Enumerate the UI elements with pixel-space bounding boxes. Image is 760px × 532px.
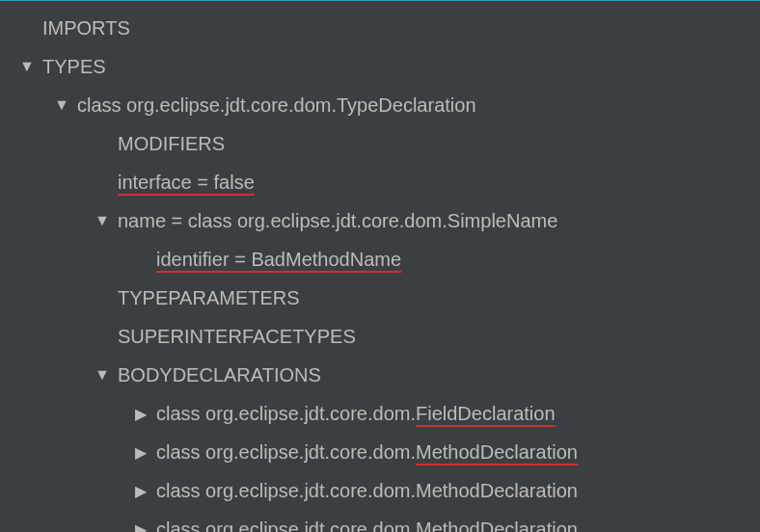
text-interface-false: interface = false	[118, 172, 255, 193]
tree-node-typedeclaration[interactable]: ▼ class org.eclipse.jdt.core.dom.TypeDec…	[0, 86, 760, 124]
text-fielddecl: FieldDeclaration	[416, 403, 556, 424]
prefix: class org.eclipse.jdt.core.dom.	[156, 480, 416, 501]
chevron-down-icon[interactable]: ▼	[17, 58, 37, 75]
tree-node-bodydeclarations[interactable]: ▼ BODYDECLARATIONS	[0, 356, 760, 394]
label-typedeclaration: class org.eclipse.jdt.core.dom.TypeDecla…	[77, 94, 476, 117]
text-methoddecl: MethodDeclaration	[416, 519, 578, 533]
tree-node-identifier[interactable]: identifier = BadMethodName	[0, 240, 760, 279]
highlight-underline	[118, 194, 255, 196]
chevron-right-icon[interactable]: ▶	[131, 482, 150, 500]
label-methoddeclaration: class org.eclipse.jdt.core.dom.MethodDec…	[156, 441, 578, 464]
label-methoddeclaration: class org.eclipse.jdt.core.dom.MethodDec…	[156, 519, 578, 533]
label-bodydeclarations: BODYDECLARATIONS	[118, 364, 321, 386]
text-methoddecl: MethodDeclaration	[416, 441, 578, 463]
label-types: TYPES	[42, 56, 106, 78]
prefix: class org.eclipse.jdt.core.dom.	[156, 403, 416, 424]
tree-node-modifiers[interactable]: MODIFIERS	[0, 124, 760, 163]
text-identifier: identifier = BadMethodName	[156, 249, 401, 270]
tree-node-name[interactable]: ▼ name = class org.eclipse.jdt.core.dom.…	[0, 201, 760, 240]
highlight-underline	[416, 464, 578, 466]
tree-node-methoddeclaration-2[interactable]: ▶ class org.eclipse.jdt.core.dom.MethodD…	[0, 471, 760, 510]
tree-node-methoddeclaration-3[interactable]: ▶ class org.eclipse.jdt.core.dom.MethodD…	[0, 510, 760, 532]
label-interface-false: interface = false	[118, 172, 255, 194]
tree-node-types[interactable]: ▼ TYPES	[0, 47, 760, 86]
text-methoddecl: MethodDeclaration	[416, 480, 578, 501]
tree-node-interface[interactable]: interface = false	[0, 163, 760, 201]
label-name: name = class org.eclipse.jdt.core.dom.Si…	[118, 210, 557, 232]
prefix: class org.eclipse.jdt.core.dom.	[156, 519, 416, 533]
tree-node-imports[interactable]: IMPORTS	[0, 9, 760, 47]
chevron-right-icon[interactable]: ▶	[131, 443, 150, 462]
tree-node-methoddeclaration-1[interactable]: ▶ class org.eclipse.jdt.core.dom.MethodD…	[0, 433, 760, 471]
chevron-right-icon[interactable]: ▶	[131, 520, 150, 533]
prefix: class org.eclipse.jdt.core.dom.	[156, 441, 416, 463]
tree-node-typeparameters[interactable]: TYPEPARAMETERS	[0, 279, 760, 317]
label-typeparameters: TYPEPARAMETERS	[118, 287, 300, 309]
tree-node-superinterfacetypes[interactable]: SUPERINTERFACETYPES	[0, 317, 760, 356]
suffix-methoddeclaration: MethodDeclaration	[416, 441, 578, 464]
label-superinterfacetypes: SUPERINTERFACETYPES	[118, 326, 356, 348]
tree-node-fielddeclaration[interactable]: ▶ class org.eclipse.jdt.core.dom.FieldDe…	[0, 394, 760, 433]
chevron-down-icon[interactable]: ▼	[93, 212, 112, 229]
highlight-underline	[416, 425, 556, 427]
label-imports: IMPORTS	[42, 17, 130, 40]
chevron-down-icon[interactable]: ▼	[93, 366, 112, 384]
chevron-down-icon[interactable]: ▼	[52, 96, 71, 114]
label-modifiers: MODIFIERS	[118, 133, 225, 155]
label-identifier: identifier = BadMethodName	[156, 249, 401, 271]
highlight-underline	[156, 271, 401, 273]
suffix-fielddeclaration: FieldDeclaration	[416, 403, 556, 425]
chevron-right-icon[interactable]: ▶	[131, 405, 150, 423]
label-methoddeclaration: class org.eclipse.jdt.core.dom.MethodDec…	[156, 480, 578, 502]
label-fielddeclaration: class org.eclipse.jdt.core.dom.FieldDecl…	[156, 403, 556, 425]
